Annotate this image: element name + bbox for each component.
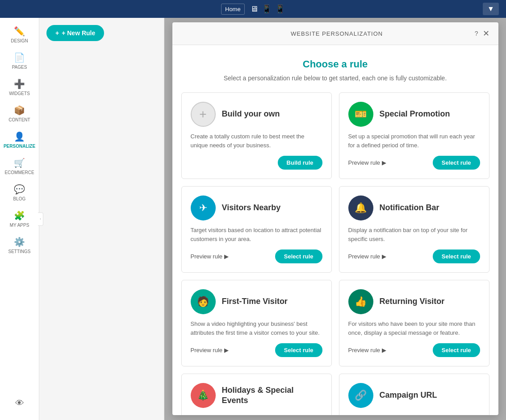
new-rule-label: + New Rule [62,29,95,37]
campaign-url-desc: Configure a specific URL to run this rul… [348,413,480,415]
returning-visitor-desc: For visitors who have been to your site … [348,320,480,337]
rule-card-footer: Preview rule ▶ Select rule [191,250,322,263]
rule-card-notification-bar[interactable]: 🔔 Notification Bar Display a notificatio… [339,186,489,273]
sidebar-label-personalize: PERSONALIZE [4,144,35,149]
rule-card-first-time-visitor[interactable]: 🧑 First-Time Visitor Show a video highli… [181,280,332,366]
eye-icon: 👁 [15,398,24,408]
rules-grid: + Build your own Create a totally custom… [181,92,489,415]
rule-card-header: 🎄 Holidays & Special Events [191,383,322,408]
holidays-special-events-desc: Display special effects on your site for… [191,413,322,415]
modal-close-button[interactable]: ✕ [483,29,489,38]
preview-label: Preview rule ▶ [348,159,386,166]
build-your-own-icon: + [191,102,216,127]
notification-bar-desc: Display a notification bar on top of you… [348,226,480,243]
rule-card-footer: Preview rule ▶ Select rule [348,250,480,263]
visitors-nearby-desc: Target visitors based on location to att… [191,226,322,243]
desktop-icon[interactable]: 🖥 [250,4,258,14]
campaign-url-title: Campaign URL [380,390,437,400]
campaign-url-icon: 🔗 [348,383,373,408]
first-time-visitor-preview-link[interactable]: Preview rule ▶ [191,347,229,353]
rule-card-header: 🔔 Notification Bar [348,195,480,220]
sidebar-label-pages: PAGES [12,65,27,70]
sidebar-item-my-apps[interactable]: 🧩 MY APPS [0,206,39,232]
holidays-special-events-title: Holidays & Special Events [222,385,322,406]
tablet-icon[interactable]: 📱 [262,4,272,14]
sidebar-item-blog[interactable]: 💬 BLOG [0,179,39,206]
sidebar-item-settings[interactable]: ⚙️ SETTINGS [0,232,39,258]
modal-body: Choose a rule Select a personalization r… [172,45,498,415]
modal-heading: Choose a rule [181,58,489,70]
rule-card-header: ✈ Visitors Nearby [191,195,322,220]
notification-bar-icon: 🔔 [348,195,373,220]
content-icon: 📦 [14,105,25,116]
sidebar-label-design: DESIGN [11,38,28,43]
modal-title: WEBSITE PERSONALIZATION [199,30,475,37]
special-promotion-select-button[interactable]: Select rule [433,156,480,170]
pages-icon: 📄 [14,52,25,63]
preview-label: Preview rule ▶ [191,347,229,353]
returning-visitor-preview-link[interactable]: Preview rule ▶ [348,347,386,353]
sidebar: ✏️ DESIGN 📄 PAGES ➕ WIDGETS 📦 CONTENT 👤 … [0,18,39,420]
rule-card-holidays-special-events[interactable]: 🎄 Holidays & Special Events Display spec… [181,374,332,415]
preview-label: Preview rule ▶ [348,347,386,353]
sidebar-label-blog: BLOG [13,196,26,201]
rule-card-build-your-own[interactable]: + Build your own Create a totally custom… [181,92,332,179]
modal-controls: ? ✕ [475,29,489,38]
first-time-visitor-desc: Show a video highlighting your business'… [191,320,322,337]
top-bar-center: Home 🖥 📱 📱 [221,4,285,15]
build-your-own-desc: Create a totally custom rule to best mee… [191,132,322,150]
holidays-special-events-icon: 🎄 [191,383,216,408]
rule-card-header: 🧑 First-Time Visitor [191,289,322,314]
rule-card-footer: Preview rule ▶ Select rule [348,156,480,170]
widgets-icon: ➕ [14,79,25,89]
returning-visitor-select-button[interactable]: Select rule [433,343,480,357]
first-time-visitor-title: First-Time Visitor [222,296,288,307]
special-promotion-preview-link[interactable]: Preview rule ▶ [348,159,386,166]
visitors-nearby-preview-link[interactable]: Preview rule ▶ [191,253,229,260]
mobile-icon[interactable]: 📱 [275,4,285,14]
visitors-nearby-select-button[interactable]: Select rule [275,250,322,263]
visitors-nearby-title: Visitors Nearby [222,203,281,213]
rule-card-returning-visitor[interactable]: 👍 Returning Visitor For visitors who hav… [339,280,489,366]
sidebar-label-my-apps: MY APPS [10,223,29,228]
special-promotion-icon: 🎫 [348,102,373,127]
first-time-visitor-icon: 🧑 [191,289,216,314]
visitors-nearby-icon: ✈ [191,195,216,220]
main-content: WEBSITE PERSONALIZATION ? ✕ Choose a rul… [164,18,506,420]
sidebar-item-widgets[interactable]: ➕ WIDGETS [0,74,39,100]
notification-bar-preview-link[interactable]: Preview rule ▶ [348,253,386,260]
rule-card-campaign-url[interactable]: 🔗 Campaign URL Configure a specific URL … [339,374,489,415]
first-time-visitor-select-button[interactable]: Select rule [275,343,322,357]
new-rule-plus-icon: + [55,29,59,37]
sidebar-item-ecommerce[interactable]: 🛒 ECOMMERCE [0,153,39,179]
special-promotion-desc: Set up a special promotion that will run… [348,132,480,150]
sidebar-item-pages[interactable]: 📄 PAGES [0,48,39,74]
sidebar-collapse-chevron[interactable]: ‹ [38,212,43,226]
new-rule-button[interactable]: + + New Rule [46,25,104,41]
blog-icon: 💬 [14,184,25,195]
notification-bar-select-button[interactable]: Select rule [433,250,480,263]
modal: WEBSITE PERSONALIZATION ? ✕ Choose a rul… [172,22,498,415]
sidebar-item-eye[interactable]: 👁 [0,394,39,413]
ecommerce-icon: 🛒 [14,158,25,168]
sidebar-item-personalize[interactable]: 👤 PERSONALIZE [0,127,39,153]
dropdown-button[interactable]: ▼ [483,3,499,15]
top-bar: Home 🖥 📱 📱 ▼ [0,0,506,18]
rule-card-header: 🔗 Campaign URL [348,383,480,408]
build-your-own-title: Build your own [222,109,280,119]
settings-icon: ⚙️ [14,237,25,247]
returning-visitor-title: Returning Visitor [380,296,445,307]
build-rule-button[interactable]: Build rule [278,156,322,170]
sidebar-item-content[interactable]: 📦 CONTENT [0,100,39,127]
rule-card-header: 👍 Returning Visitor [348,289,480,314]
rule-card-special-promotion[interactable]: 🎫 Special Promotion Set up a special pro… [339,92,489,179]
modal-header: WEBSITE PERSONALIZATION ? ✕ [172,22,498,45]
main-layout: ✏️ DESIGN 📄 PAGES ➕ WIDGETS 📦 CONTENT 👤 … [0,18,506,420]
sidebar-item-design[interactable]: ✏️ DESIGN [0,21,39,48]
page-selector[interactable]: Home [221,4,245,15]
rule-card-header: 🎫 Special Promotion [348,102,480,127]
sidebar-label-settings: SETTINGS [8,249,30,254]
device-icons: 🖥 📱 📱 [250,4,285,14]
rule-card-visitors-nearby[interactable]: ✈ Visitors Nearby Target visitors based … [181,186,332,273]
modal-help-button[interactable]: ? [475,30,478,37]
